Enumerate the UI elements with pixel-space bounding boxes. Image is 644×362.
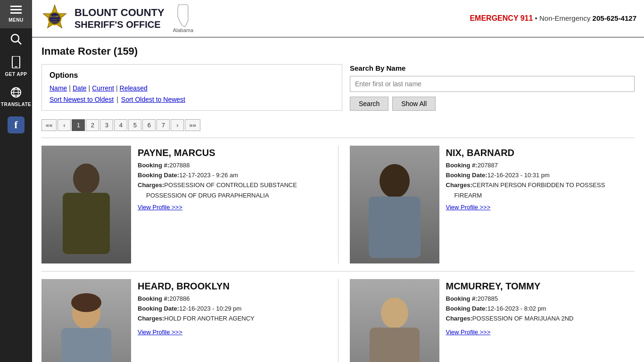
menu-button[interactable]: MENU bbox=[0, 0, 32, 28]
page-1-button[interactable]: 1 bbox=[72, 119, 85, 131]
sort-newest-link[interactable]: Sort Newest to Oldest bbox=[50, 96, 114, 103]
inmate-charge2-payne: POSSESSION OF DRUG PARAPHERNALIA bbox=[138, 191, 297, 200]
page-body: Inmate Roster (159) Options Name | Date … bbox=[32, 38, 644, 362]
sort-released-link[interactable]: Released bbox=[120, 84, 148, 92]
view-profile-payne[interactable]: View Profile >>> bbox=[138, 204, 297, 211]
get-app-label: GET APP bbox=[5, 72, 27, 77]
inmate-info-payne: PAYNE, MARCUS Booking #:207888 Booking D… bbox=[138, 146, 297, 263]
sort-by-date-link[interactable]: Date bbox=[73, 84, 87, 92]
svg-text:BLOUNT: BLOUNT bbox=[50, 15, 60, 18]
inmate-booking-date-nix: Booking Date:12-16-2023 - 10:31 pm bbox=[446, 171, 605, 180]
view-profile-heard[interactable]: View Profile >>> bbox=[138, 329, 255, 336]
site-header: BLOUNT COUNTY SHERIFF BLOUNT COUNTY SHER… bbox=[32, 0, 644, 38]
pagination: «« ‹ 1 2 3 4 5 6 7 › »» bbox=[41, 119, 635, 131]
inmate-charges-nix: Charges:CERTAIN PERSON FORBIDDEN TO POSS… bbox=[446, 181, 605, 189]
page-first-button[interactable]: «« bbox=[41, 119, 57, 131]
inmate-card-nix: NIX, BARNARD Booking #:207887 Booking Da… bbox=[350, 146, 635, 263]
emergency-label: EMERGENCY 911 bbox=[470, 14, 533, 22]
inmate-grid: PAYNE, MARCUS Booking #:207888 Booking D… bbox=[41, 138, 635, 362]
svg-point-23 bbox=[380, 164, 410, 198]
search-button-sidebar[interactable] bbox=[0, 28, 32, 51]
inmate-booking-num-nix: Booking #:207887 bbox=[446, 161, 605, 170]
inmate-charges-payne: Charges:POSSESSION OF CONTROLLED SUBSTAN… bbox=[138, 181, 297, 189]
inmate-name-payne: PAYNE, MARCUS bbox=[138, 148, 297, 158]
sheriff-badge: BLOUNT COUNTY SHERIFF bbox=[40, 3, 70, 33]
svg-rect-31 bbox=[370, 328, 420, 362]
page-last-button[interactable]: »» bbox=[185, 119, 200, 131]
hamburger-icon bbox=[10, 6, 22, 16]
translate-button[interactable]: TRANSLATE bbox=[0, 82, 32, 112]
inmate-row-1: PAYNE, MARCUS Booking #:207888 Booking D… bbox=[41, 138, 635, 271]
sidebar: MENU GET APP TRANSLAT bbox=[0, 0, 32, 362]
page-6-button[interactable]: 6 bbox=[142, 119, 156, 131]
inmate-name-nix: NIX, BARNARD bbox=[446, 148, 605, 158]
main-content: BLOUNT COUNTY SHERIFF BLOUNT COUNTY SHER… bbox=[32, 0, 644, 362]
inmate-booking-num-payne: Booking #:207888 bbox=[138, 161, 297, 170]
facebook-icon: f bbox=[8, 116, 25, 133]
inmate-charges-mcmurrey: Charges:POSSESSION OF MARIJUANA 2ND bbox=[446, 314, 574, 323]
svg-point-30 bbox=[381, 297, 408, 329]
inmate-charges-heard: Charges:HOLD FOR ANOTHER AGENCY bbox=[138, 314, 255, 323]
options-title: Options bbox=[50, 71, 334, 80]
svg-text:COUNTY: COUNTY bbox=[51, 18, 59, 21]
sort-current-link[interactable]: Current bbox=[92, 84, 114, 92]
page-next-button[interactable]: › bbox=[171, 119, 184, 131]
svg-point-27 bbox=[71, 293, 101, 312]
page-title: Inmate Roster (159) bbox=[41, 45, 635, 58]
site-subtitle: SHERIFF'S OFFICE bbox=[74, 19, 165, 30]
svg-rect-28 bbox=[61, 328, 111, 362]
svg-rect-1 bbox=[10, 9, 22, 10]
svg-rect-0 bbox=[10, 6, 22, 7]
inmate-booking-num-mcmurrey: Booking #:207885 bbox=[446, 295, 574, 303]
alabama-container: Alabama bbox=[173, 4, 193, 33]
inmate-booking-date-payne: Booking Date:12-17-2023 - 9:26 am bbox=[138, 171, 297, 180]
sort-oldest-link[interactable]: Sort Oldest to Newest bbox=[121, 96, 185, 103]
inmate-name-heard: HEARD, BROOKLYN bbox=[138, 281, 255, 292]
search-button[interactable]: Search bbox=[350, 97, 388, 111]
sort-links: Sort Newest to Oldest | Sort Oldest to N… bbox=[50, 96, 334, 103]
sort-by-name-link[interactable]: Name bbox=[50, 84, 67, 92]
show-all-button[interactable]: Show All bbox=[392, 97, 436, 111]
site-title: BLOUNT COUNTY bbox=[74, 7, 165, 19]
page-2-button[interactable]: 2 bbox=[86, 119, 99, 131]
svg-rect-2 bbox=[10, 12, 22, 14]
separator: • bbox=[535, 14, 537, 22]
inmate-row-2: HEARD, BROOKLYN Booking #:207886 Booking… bbox=[41, 271, 635, 362]
get-app-button[interactable]: GET APP bbox=[0, 51, 32, 82]
alabama-label: Alabama bbox=[173, 27, 193, 33]
page-7-button[interactable]: 7 bbox=[157, 119, 170, 131]
facebook-button[interactable]: f bbox=[0, 112, 32, 138]
inmate-photo-payne bbox=[41, 146, 131, 263]
svg-point-19 bbox=[73, 164, 99, 194]
inmate-photo-nix bbox=[350, 146, 439, 263]
svg-text:SHERIFF: SHERIFF bbox=[51, 21, 58, 23]
phone-icon bbox=[11, 56, 21, 70]
inmate-booking-date-mcmurrey: Booking Date:12-16-2023 - 8:02 pm bbox=[446, 304, 574, 313]
inmate-booking-num-heard: Booking #:207886 bbox=[138, 295, 255, 303]
inmate-info-mcmurrey: MCMURREY, TOMMY Booking #:207885 Booking… bbox=[446, 279, 574, 362]
view-profile-mcmurrey[interactable]: View Profile >>> bbox=[446, 329, 574, 336]
name-search-input[interactable] bbox=[350, 76, 635, 92]
search-box: Search By Name Search Show All bbox=[350, 64, 635, 111]
inmate-booking-date-heard: Booking Date:12-16-2023 - 10:29 pm bbox=[138, 304, 255, 313]
inmate-card-heard: HEARD, BROOKLYN Booking #:207886 Booking… bbox=[41, 279, 327, 362]
options-search-row: Options Name | Date | Current | Released… bbox=[41, 64, 635, 111]
options-box: Options Name | Date | Current | Released… bbox=[41, 64, 342, 111]
globe-icon bbox=[10, 86, 22, 100]
menu-label: MENU bbox=[8, 17, 23, 23]
page-prev-button[interactable]: ‹ bbox=[58, 119, 71, 131]
svg-rect-24 bbox=[369, 197, 421, 258]
inmate-photo-heard bbox=[41, 279, 131, 362]
non-emergency-number: 205-625-4127 bbox=[593, 14, 636, 22]
svg-line-4 bbox=[18, 41, 21, 44]
options-links: Name | Date | Current | Released bbox=[50, 84, 334, 92]
inmate-name-mcmurrey: MCMURREY, TOMMY bbox=[446, 281, 574, 292]
page-3-button[interactable]: 3 bbox=[100, 119, 113, 131]
view-profile-nix[interactable]: View Profile >>> bbox=[446, 204, 605, 211]
inmate-card-payne: PAYNE, MARCUS Booking #:207888 Booking D… bbox=[41, 146, 327, 263]
page-4-button[interactable]: 4 bbox=[114, 119, 127, 131]
search-by-name-label: Search By Name bbox=[350, 64, 635, 72]
emergency-info: EMERGENCY 911 • Non-Emergency 205-625-41… bbox=[470, 14, 636, 23]
page-5-button[interactable]: 5 bbox=[128, 119, 141, 131]
alabama-map bbox=[173, 4, 192, 27]
